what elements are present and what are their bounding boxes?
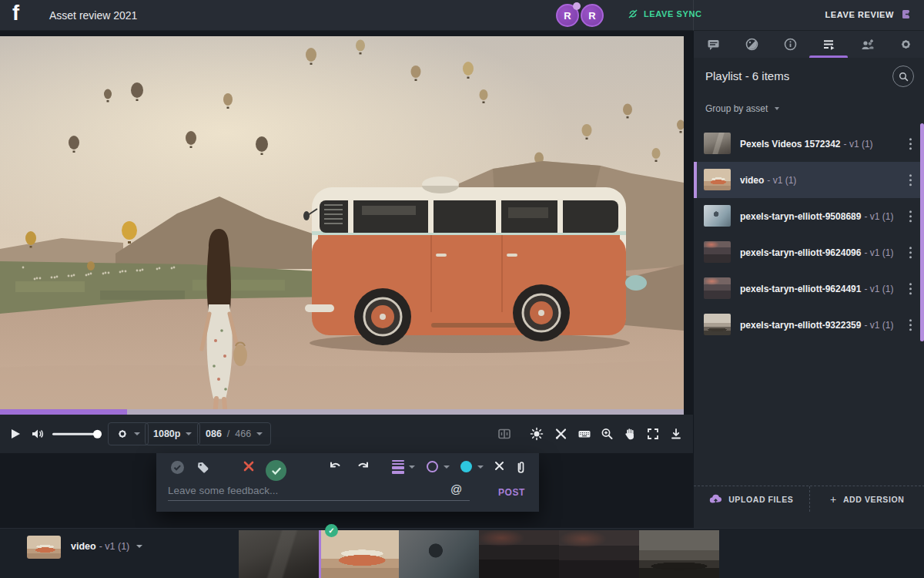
color-picker-button[interactable]	[460, 460, 484, 473]
caret-down-icon	[775, 107, 779, 110]
filmstrip-thumbnail[interactable]	[239, 530, 319, 578]
asset-label: pexels-taryn-elliott-9322359- v1 (1)	[740, 307, 893, 343]
avatar[interactable]: R	[556, 4, 579, 27]
pan-button[interactable]	[624, 428, 636, 441]
leave-sync-button[interactable]: LEAVE SYNC	[628, 8, 701, 19]
active-tab-underline	[809, 55, 848, 58]
filmstrip-thumbnail[interactable]	[399, 530, 479, 578]
current-asset-thumbnail[interactable]	[27, 536, 61, 559]
player-settings-button[interactable]	[108, 422, 149, 445]
filmstrip: ✓	[239, 530, 721, 578]
kebab-menu-icon[interactable]	[906, 280, 916, 298]
volume-button[interactable]	[31, 428, 44, 440]
playlist-item[interactable]: video- v1 (1)	[694, 162, 921, 198]
playlist-list: Pexels Videos 1572342- v1 (1)video- v1 (…	[694, 126, 921, 343]
volume-knob[interactable]	[93, 429, 102, 438]
kebab-menu-icon[interactable]	[906, 135, 916, 153]
playlist-search-button[interactable]	[892, 66, 914, 87]
color-contrast-icon	[745, 38, 758, 51]
line-weight-button[interactable]	[392, 460, 415, 474]
frame-counter-button[interactable]: 086 / 466	[197, 422, 271, 445]
tab-comments[interactable]	[694, 31, 732, 58]
frame-separator: /	[227, 428, 229, 439]
topbar-divider	[693, 0, 694, 31]
upload-bar: UPLOAD FILES + ADD VERSION	[694, 486, 924, 512]
comments-icon	[707, 39, 720, 51]
resolution-button[interactable]: 1080p	[145, 422, 200, 445]
asset-label: video- v1 (1)	[740, 162, 796, 198]
asset-title: pexels-taryn-elliott-9322359	[740, 320, 861, 331]
filmstrip-thumbnail[interactable]	[639, 530, 719, 578]
kebab-menu-icon[interactable]	[906, 171, 916, 190]
compare-view-button[interactable]	[497, 428, 511, 440]
tab-playlist[interactable]	[809, 31, 848, 58]
filmstrip-thumbnail[interactable]: ✓	[319, 530, 399, 578]
filmstrip-thumbnail[interactable]	[479, 530, 559, 578]
caret-down-icon	[444, 465, 450, 469]
playlist-heading: Playlist - 6 items	[705, 69, 789, 82]
undo-button[interactable]	[329, 460, 342, 471]
sidebar-tabbar	[694, 31, 924, 58]
playlist-item[interactable]: Pexels Videos 1572342- v1 (1)	[694, 126, 921, 162]
tab-color[interactable]	[732, 31, 771, 58]
frame-logo[interactable]: f	[12, 2, 19, 25]
fullscreen-button[interactable]	[647, 428, 659, 440]
download-icon	[670, 428, 682, 440]
redo-icon	[357, 460, 370, 471]
group-by-label: Group by asset	[705, 103, 768, 114]
playlist-item[interactable]: pexels-taryn-elliott-9624096- v1 (1)	[694, 234, 921, 271]
kebab-menu-icon[interactable]	[906, 316, 916, 334]
caret-down-icon	[256, 432, 263, 435]
tab-info[interactable]	[771, 31, 809, 58]
group-by-dropdown[interactable]: Group by asset	[705, 103, 779, 114]
post-button[interactable]: POST	[498, 487, 525, 498]
playlist-item[interactable]: pexels-taryn-elliott-9508689- v1 (1)	[694, 198, 921, 234]
approved-check-badge: ✓	[325, 524, 338, 537]
kebab-menu-icon[interactable]	[906, 244, 916, 262]
tab-add-people[interactable]	[848, 31, 886, 58]
current-asset-dropdown[interactable]: video- v1 (1)	[71, 541, 142, 552]
playlist-item[interactable]: pexels-taryn-elliott-9322359- v1 (1)	[694, 307, 921, 343]
tag-icon	[196, 460, 210, 474]
bus-wheel-rear	[513, 284, 570, 341]
video-frame[interactable]	[0, 36, 684, 409]
add-version-button[interactable]: + ADD VERSION	[809, 486, 924, 512]
playlist-scrollbar[interactable]	[920, 123, 924, 341]
feedback-input[interactable]	[168, 481, 470, 501]
zoom-button[interactable]	[601, 428, 614, 441]
caret-down-icon	[186, 432, 192, 435]
avatar[interactable]: R	[581, 4, 604, 27]
filmstrip-thumbnail[interactable]	[559, 530, 639, 578]
shape-tool-button[interactable]	[426, 460, 450, 473]
mention-button[interactable]: @	[450, 482, 462, 496]
asset-title: video	[740, 175, 764, 186]
attach-file-button[interactable]	[515, 460, 526, 475]
playlist-item[interactable]: pexels-taryn-elliott-9624491- v1 (1)	[694, 271, 921, 307]
complete-toggle-button[interactable]	[170, 460, 185, 475]
timeline-scrubber[interactable]	[0, 409, 684, 415]
brightness-button[interactable]	[530, 427, 544, 441]
upload-files-button[interactable]: UPLOAD FILES	[694, 486, 809, 512]
download-button[interactable]	[670, 428, 682, 440]
volume-slider[interactable]	[52, 433, 100, 435]
avatars: RR	[556, 4, 604, 27]
draw-tools-button[interactable]	[554, 428, 567, 441]
magnifier-plus-icon	[601, 428, 614, 441]
leave-review-button[interactable]: LEAVE REVIEW	[825, 8, 912, 20]
tab-settings[interactable]	[886, 31, 924, 58]
redo-button[interactable]	[357, 460, 370, 471]
play-button[interactable]	[9, 428, 22, 440]
asset-title: pexels-taryn-elliott-9624096	[740, 247, 861, 258]
asset-version: - v1 (1)	[864, 211, 893, 222]
approve-button[interactable]	[266, 460, 286, 481]
tag-button[interactable]	[196, 460, 210, 474]
clear-annotation-button[interactable]	[494, 460, 505, 472]
hand-icon	[624, 428, 636, 441]
reject-button[interactable]	[243, 460, 255, 472]
keyboard-shortcuts-button[interactable]	[578, 428, 591, 440]
crossed-tools-icon	[554, 428, 567, 441]
kebab-menu-icon[interactable]	[906, 207, 916, 226]
circle-outline-icon	[426, 460, 439, 473]
keyboard-icon	[578, 428, 591, 440]
asset-title: Pexels Videos 1572342	[740, 139, 841, 150]
